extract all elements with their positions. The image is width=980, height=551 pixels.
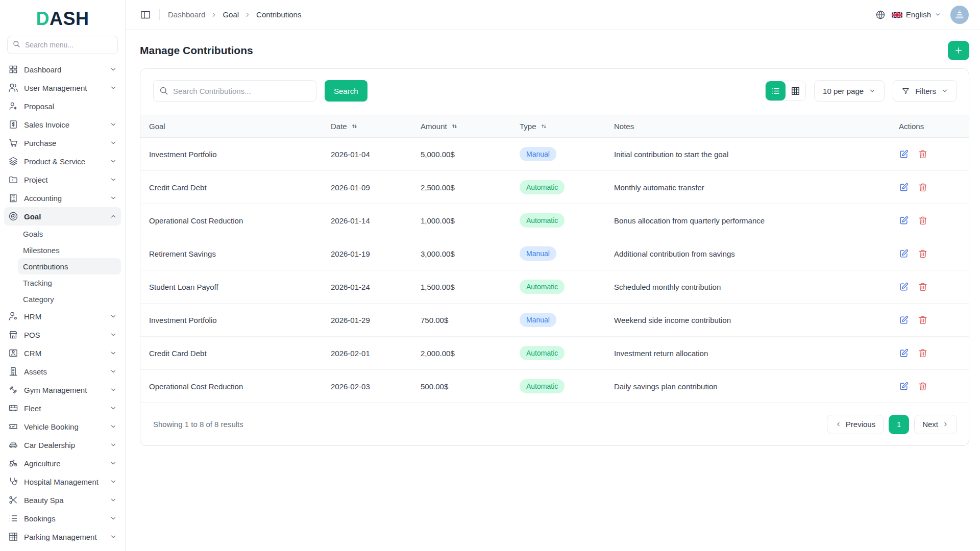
delete-icon[interactable] [918,348,928,358]
breadcrumb-item-dashboard[interactable]: Dashboard [168,10,205,19]
cell-date: 2026-01-14 [331,216,421,225]
column-label: Actions [899,122,924,131]
chevron-down-icon [110,441,117,448]
column-header-amount[interactable]: Amount [421,122,520,131]
cell-type: Automatic [520,213,614,228]
column-header-type[interactable]: Type [520,122,614,131]
sidebar-item-proposal[interactable]: Proposal [4,97,121,115]
page-1-button[interactable]: 1 [889,415,909,434]
sort-icon[interactable] [540,122,548,130]
sidebar-subitem-label: Tracking [23,279,52,287]
table-search-input[interactable] [153,80,316,102]
page-title: Manage Contributions [140,44,253,57]
sidebar-item-label: CRM [24,349,110,358]
sidebar-item-beauty-spa[interactable]: Beauty Spa [4,491,121,509]
sidebar-item-project[interactable]: Project [4,170,121,189]
delete-icon[interactable] [918,282,928,292]
delete-icon[interactable] [918,315,928,325]
delete-icon[interactable] [918,149,928,159]
chevron-down-icon [110,478,117,485]
next-page-button[interactable]: Next [914,415,957,434]
sidebar-subitem-milestones[interactable]: Milestones [18,242,121,258]
sidebar-search-input[interactable] [7,36,118,54]
sidebar-item-label: Purchase [24,139,110,147]
avatar[interactable] [950,6,969,24]
sidebar-item-agriculture[interactable]: Agriculture [4,454,121,472]
sidebar-item-pos[interactable]: POS [4,325,121,344]
dashboard-icon [8,64,18,74]
cell-amount: 500.00$ [421,382,520,391]
chevron-down-icon [110,84,117,91]
cell-date: 2026-01-24 [331,283,421,291]
type-badge: Automatic [520,280,565,294]
sidebar-subitem-goals[interactable]: Goals [18,226,121,242]
breadcrumb-item-goal[interactable]: Goal [223,10,239,19]
sidebar-item-sales-invoice[interactable]: Sales Invoice [4,115,121,134]
language-selector[interactable]: English [892,10,941,19]
sidebar-item-label: Bookings [24,514,110,523]
edit-icon[interactable] [899,248,909,259]
edit-icon[interactable] [899,315,909,325]
sidebar-item-bookings[interactable]: Bookings [4,509,121,528]
column-header-date[interactable]: Date [331,122,421,131]
breadcrumb-item-contributions[interactable]: Contributions [256,10,301,19]
delete-icon[interactable] [918,182,928,192]
cell-amount: 2,000.00$ [421,349,520,358]
sidebar-item-label: Agriculture [24,459,110,468]
sort-icon[interactable] [351,122,358,130]
page-content: Manage Contributions Search 10 [126,30,980,551]
cell-notes: Initial contribution to start the goal [614,150,899,159]
previous-page-button[interactable]: Previous [827,415,884,434]
sidebar-item-purchase[interactable]: Purchase [4,134,121,152]
sidebar-item-product-service[interactable]: Product & Service [4,152,121,170]
calculator-icon [8,193,18,203]
delete-icon[interactable] [918,215,928,226]
next-label: Next [922,420,938,429]
sidebar-subitem-tracking[interactable]: Tracking [18,274,121,291]
cell-amount: 750.00$ [421,316,520,324]
search-button[interactable]: Search [325,80,368,102]
cell-goal: Student Loan Payoff [149,283,331,291]
sidebar-item-dashboard[interactable]: Dashboard [4,60,121,79]
sidebar-item-hrm[interactable]: HRM [4,307,121,325]
add-contribution-button[interactable] [948,41,969,60]
sidebar-item-fleet[interactable]: Fleet [4,399,121,417]
sidebar-item-gym-management[interactable]: Gym Management [4,381,121,399]
per-page-select[interactable]: 10 per page [814,80,885,102]
grid-view-button[interactable] [786,81,805,101]
edit-icon[interactable] [899,282,909,292]
sidebar-item-user-management[interactable]: User Management [4,79,121,97]
top-header: DashboardGoalContributions English [126,0,980,30]
sidebar-item-hospital-management[interactable]: Hospital Management [4,472,121,491]
proposal-icon [8,101,18,111]
sidebar-toggle-icon[interactable] [140,9,151,20]
sidebar-item-label: POS [24,331,110,339]
column-header-goal: Goal [149,122,331,131]
sidebar-subitem-contributions[interactable]: Contributions [18,258,121,274]
edit-icon[interactable] [899,381,909,391]
sidebar-item-goal[interactable]: Goal [4,207,121,226]
filters-button[interactable]: Filters [893,80,957,102]
globe-icon[interactable] [875,10,886,20]
column-header-notes: Notes [614,122,899,131]
sidebar-subitem-category[interactable]: Category [18,291,121,307]
sidebar-item-accounting[interactable]: Accounting [4,189,121,207]
type-badge: Manual [520,313,556,327]
sidebar-item-assets[interactable]: Assets [4,362,121,381]
delete-icon[interactable] [918,248,928,259]
cell-notes: Monthly automatic transfer [614,183,899,192]
sort-icon[interactable] [451,122,458,130]
sidebar-item-parking-management[interactable]: Parking Management [4,528,121,546]
edit-icon[interactable] [899,215,909,226]
sidebar-item-crm[interactable]: CRM [4,344,121,362]
edit-icon[interactable] [899,348,909,358]
list-view-button[interactable] [766,81,786,101]
cell-actions [899,315,969,325]
delete-icon[interactable] [918,381,928,391]
edit-icon[interactable] [899,182,909,192]
chevron-down-icon [869,87,876,94]
edit-icon[interactable] [899,149,909,159]
sidebar-item-car-dealership[interactable]: Car Dealership [4,436,121,454]
sidebar-item-vehicle-booking[interactable]: Vehicle Booking [4,417,121,436]
chevron-down-icon [110,331,117,338]
